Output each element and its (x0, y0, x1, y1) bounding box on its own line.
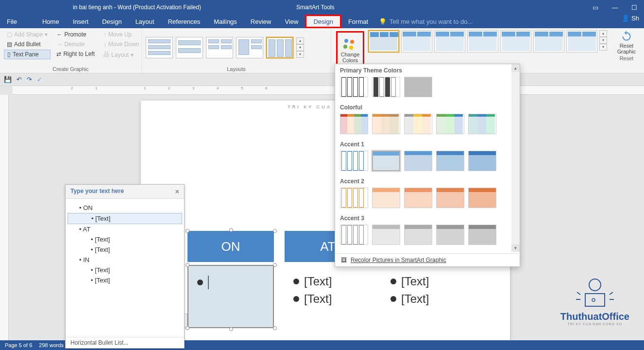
layouts-more[interactable]: ▴▾▾ (296, 37, 304, 58)
tab-file[interactable]: File (0, 15, 24, 28)
color-option[interactable] (468, 225, 496, 245)
list-item[interactable]: IN (68, 255, 182, 265)
share-button[interactable]: 👤 Sh (622, 15, 639, 22)
list-item[interactable]: [Text] (68, 265, 182, 275)
layout-thumb-1[interactable] (146, 37, 173, 58)
layout-thumb-3[interactable] (206, 37, 233, 58)
move-down-button[interactable]: ↓Move Down (101, 40, 142, 49)
style-thumb-7[interactable] (566, 30, 597, 52)
status-words[interactable]: 298 words (39, 342, 64, 348)
color-option[interactable] (340, 225, 368, 245)
recolor-pictures-button[interactable]: 🖼 Recolor Pictures in SmartArt Graphic (335, 253, 520, 266)
color-option[interactable] (340, 188, 368, 208)
save-icon[interactable]: 💾 (4, 76, 12, 83)
color-option-selected[interactable] (372, 151, 400, 171)
list-item[interactable]: ON (68, 203, 182, 213)
color-option[interactable] (404, 114, 432, 134)
arrow-up-icon: ↑ (103, 31, 106, 38)
mascot-icon (573, 275, 617, 309)
watermark-brand: ThuthuatOffice (560, 311, 629, 322)
layout-thumb-2[interactable] (176, 37, 203, 58)
smartart-body-3[interactable]: [Text] [Text] (382, 265, 468, 328)
list-item[interactable]: [Text] (68, 234, 182, 245)
color-option[interactable] (404, 77, 432, 97)
layout-thumb-4[interactable] (236, 37, 263, 58)
style-thumb-4[interactable] (467, 30, 498, 52)
color-option[interactable] (436, 114, 464, 134)
section-accent1: Accent 1 (335, 138, 520, 150)
color-option[interactable] (468, 114, 496, 134)
layout-thumb-5-selected[interactable] (266, 37, 293, 58)
close-icon[interactable]: × (175, 188, 179, 195)
add-bullet-button[interactable]: ▤Add Bullet (4, 40, 51, 49)
tab-references[interactable]: References (161, 15, 207, 28)
change-colors-dropdown: Primary Theme Colors Colorful Accent 1 A… (335, 64, 520, 267)
color-option[interactable] (372, 225, 400, 245)
tab-insert[interactable]: Insert (66, 15, 96, 28)
status-page[interactable]: Page 5 of 6 (5, 342, 32, 348)
text-pane-title: Type your text here (70, 188, 124, 195)
horizontal-ruler[interactable]: 21 12 34 56 (13, 86, 644, 95)
tab-smartart-design[interactable]: Design (305, 15, 341, 28)
tab-format[interactable]: Format (341, 15, 375, 28)
ribbon-options-icon[interactable]: ▭ (586, 0, 605, 15)
color-option[interactable] (404, 225, 432, 245)
promote-button[interactable]: ←Promote (53, 30, 98, 39)
color-option[interactable] (436, 188, 464, 208)
minimize-icon[interactable]: — (605, 0, 625, 15)
move-up-button[interactable]: ↑Move Up (101, 30, 142, 39)
rtl-button[interactable]: ⇄Right to Left (53, 50, 98, 58)
tab-review[interactable]: Review (244, 15, 278, 28)
style-thumb-5[interactable] (500, 30, 531, 52)
color-option[interactable] (372, 114, 400, 134)
list-item-selected[interactable]: [Text] (68, 213, 182, 224)
list-item[interactable]: AT (68, 224, 182, 234)
color-option[interactable] (468, 188, 496, 208)
style-thumb-6[interactable] (533, 30, 564, 52)
text-pane-list[interactable]: ON [Text] AT [Text] [Text] IN [Text] [Te… (66, 199, 184, 289)
section-primary: Primary Theme Colors (335, 64, 520, 76)
color-option[interactable] (340, 77, 368, 97)
add-shape-button[interactable]: ▢Add Shape ▾ (4, 30, 51, 39)
style-thumb-3[interactable] (434, 30, 465, 52)
quick-access-toolbar: 💾 ↶ ↷ ✓ (0, 73, 644, 86)
color-option[interactable] (404, 188, 432, 208)
list-item[interactable]: [Text] (68, 275, 182, 285)
tab-design[interactable]: Design (95, 15, 128, 28)
undo-icon[interactable]: ↶ (17, 76, 22, 83)
redo-icon[interactable]: ↷ (27, 76, 32, 83)
smartart-text-pane: Type your text here × ON [Text] AT [Text… (65, 184, 185, 349)
smartart-body-1-selected[interactable] (187, 265, 274, 328)
demote-button[interactable]: →Demote (53, 40, 98, 49)
customize-icon[interactable]: ✓ (37, 76, 42, 83)
svg-line-5 (577, 292, 580, 295)
color-option[interactable] (340, 114, 368, 134)
color-option[interactable] (372, 77, 400, 97)
smartart-header-1[interactable]: ON (187, 231, 274, 262)
style-thumb-2[interactable] (401, 30, 432, 52)
lightbulb-icon: 💡 (379, 18, 387, 25)
maximize-icon[interactable]: ☐ (625, 0, 644, 15)
color-option[interactable] (340, 151, 368, 171)
tab-mailings[interactable]: Mailings (207, 15, 244, 28)
layout-button[interactable]: 品Layout ▾ (101, 50, 142, 60)
reset-graphic-button[interactable]: Reset Graphic (613, 30, 640, 54)
text-pane-button[interactable]: ▯Text Pane (4, 50, 51, 59)
dropdown-scrollbar[interactable]: ▴ ▾ (511, 64, 520, 252)
text-pane-footer[interactable]: Horizontal Bullet List... (66, 337, 184, 348)
color-option[interactable] (436, 151, 464, 171)
group-label-reset: Reset (613, 55, 640, 61)
color-option[interactable] (372, 188, 400, 208)
vertical-ruler[interactable] (0, 95, 9, 340)
color-option[interactable] (436, 225, 464, 245)
tab-home[interactable]: Home (35, 15, 66, 28)
list-item[interactable]: [Text] (68, 245, 182, 255)
tell-me-search[interactable]: 💡 Tell me what you want to do... (375, 15, 473, 28)
style-thumb-1[interactable] (368, 30, 399, 52)
styles-more[interactable]: ▴▾▾ (599, 30, 607, 72)
smartart-body-2[interactable]: [Text] [Text] (285, 265, 371, 328)
tab-layout[interactable]: Layout (129, 15, 161, 28)
color-option[interactable] (404, 151, 432, 171)
color-option[interactable] (468, 151, 496, 171)
tab-view[interactable]: View (278, 15, 305, 28)
